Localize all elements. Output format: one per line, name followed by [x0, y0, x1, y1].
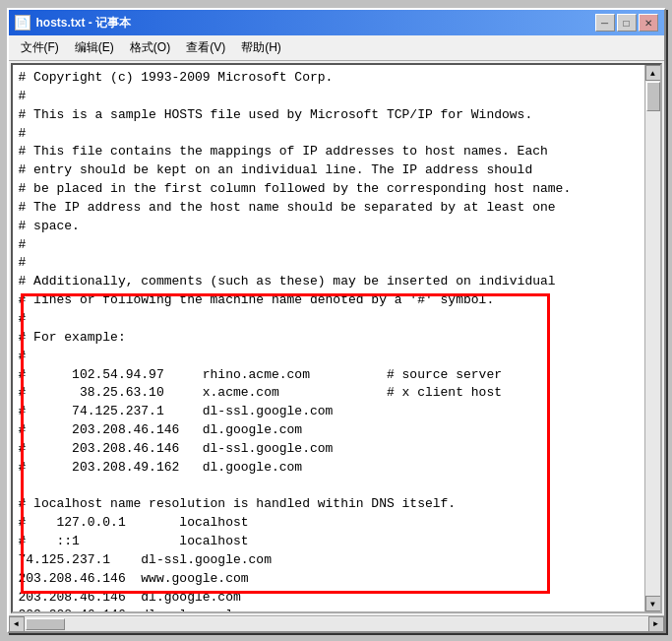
scroll-left-button[interactable]: ◄ — [9, 616, 25, 632]
close-button[interactable]: ✕ — [639, 14, 658, 32]
menu-view[interactable]: 查看(V) — [178, 37, 233, 58]
maximize-button[interactable]: □ — [617, 14, 637, 32]
text-editor[interactable]: # Copyright (c) 1993-2009 Microsoft Corp… — [13, 65, 644, 611]
content-area: # Copyright (c) 1993-2009 Microsoft Corp… — [11, 63, 662, 613]
minimize-button[interactable]: ─ — [595, 14, 615, 32]
scroll-right-button[interactable]: ► — [648, 616, 664, 632]
scroll-track-h[interactable] — [25, 617, 648, 631]
menu-bar: 文件(F) 编辑(E) 格式(O) 查看(V) 帮助(H) — [9, 35, 664, 61]
notepad-window: 📄 hosts.txt - 记事本 ─ □ ✕ 文件(F) 编辑(E) 格式(O… — [7, 8, 666, 633]
scroll-thumb-h[interactable] — [26, 618, 65, 630]
scroll-track-v[interactable] — [645, 81, 660, 596]
app-icon: 📄 — [15, 15, 31, 31]
menu-edit[interactable]: 编辑(E) — [67, 37, 122, 58]
menu-file[interactable]: 文件(F) — [13, 37, 67, 58]
scroll-thumb-v[interactable] — [646, 82, 660, 111]
horizontal-scrollbar[interactable]: ◄ ► — [9, 615, 664, 631]
window-title: hosts.txt - 记事本 — [36, 15, 132, 32]
vertical-scrollbar[interactable]: ▲ ▼ — [644, 65, 660, 611]
title-buttons: ─ □ ✕ — [595, 14, 658, 32]
title-bar: 📄 hosts.txt - 记事本 ─ □ ✕ — [9, 10, 664, 35]
menu-format[interactable]: 格式(O) — [122, 37, 178, 58]
scroll-down-button[interactable]: ▼ — [645, 596, 661, 611]
title-bar-left: 📄 hosts.txt - 记事本 — [15, 15, 132, 32]
scroll-up-button[interactable]: ▲ — [645, 65, 661, 81]
menu-help[interactable]: 帮助(H) — [233, 37, 289, 58]
